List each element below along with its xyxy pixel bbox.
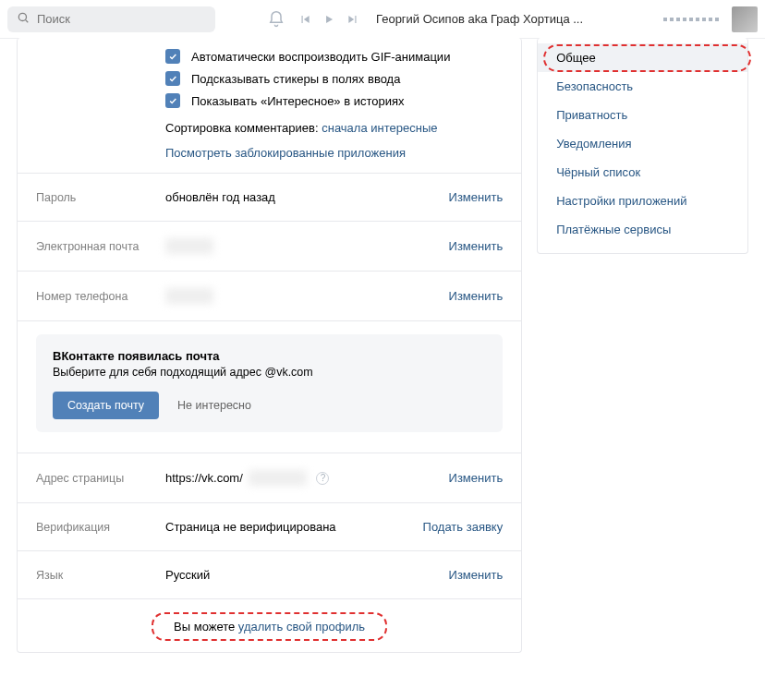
checkbox-gif[interactable]: Автоматически воспроизводить GIF-анимаци…: [18, 45, 521, 67]
blocked-apps-link[interactable]: Посмотреть заблокированные приложения: [165, 146, 406, 160]
next-track-icon[interactable]: [346, 13, 359, 26]
row-verify: Верификация Страница не верифицирована П…: [18, 503, 521, 550]
change-email-link[interactable]: Изменить: [449, 239, 504, 253]
row-address: Адрес страницы https://vk.com/ ? Изменит…: [18, 453, 521, 502]
row-language: Язык Русский Изменить: [18, 551, 521, 598]
sidebar-item-privacy[interactable]: Приватность: [538, 101, 747, 129]
sidebar-item-app-settings[interactable]: Настройки приложений: [538, 187, 747, 215]
sidebar-item-security[interactable]: Безопасность: [538, 72, 747, 101]
checkbox-checked-icon: [165, 93, 180, 108]
sidebar-item-blacklist[interactable]: Чёрный список: [538, 158, 747, 187]
avatar[interactable]: [732, 6, 758, 32]
checkbox-label: Показывать «Интересное» в историях: [191, 94, 405, 108]
row-label: Верификация: [36, 521, 165, 534]
row-value: [165, 238, 449, 254]
comments-sort: Сортировка комментариев: сначала интерес…: [18, 112, 521, 140]
hidden-value: [249, 470, 308, 486]
hidden-value: [165, 238, 213, 254]
footer-prefix: Вы можете: [174, 620, 238, 634]
sidebar-item-notifications[interactable]: Уведомления: [538, 129, 747, 158]
settings-sidebar: Общее Безопасность Приватность Уведомлен…: [537, 38, 748, 254]
change-phone-link[interactable]: Изменить: [449, 289, 504, 303]
search-box[interactable]: [7, 6, 215, 32]
create-mail-button[interactable]: Создать почту: [53, 392, 159, 419]
footer: Вы можете удалить свой профиль: [18, 598, 521, 652]
sort-label: Сортировка комментариев:: [165, 121, 322, 135]
row-value: Русский: [165, 568, 449, 582]
prev-track-icon[interactable]: [298, 13, 311, 26]
delete-profile-link[interactable]: удалить свой профиль: [238, 620, 365, 634]
player-controls: Георгий Осипов aka Граф Хортица ...: [298, 12, 583, 26]
topbar: Георгий Осипов aka Граф Хортица ...: [0, 0, 765, 39]
sort-value-link[interactable]: сначала интересные: [322, 121, 437, 135]
hidden-value: [165, 288, 213, 304]
row-value: [165, 288, 449, 304]
address-prefix: https://vk.com/: [165, 471, 243, 485]
notifications-icon[interactable]: [267, 10, 285, 29]
main-settings-panel: Автоматически воспроизводить GIF-анимаци…: [17, 38, 522, 653]
svg-point-0: [18, 13, 26, 20]
checkbox-label: Автоматически воспроизводить GIF-анимаци…: [191, 50, 450, 64]
row-label: Электронная почта: [36, 240, 165, 253]
change-language-link[interactable]: Изменить: [449, 568, 504, 582]
apps-grid-icon[interactable]: [663, 18, 719, 21]
row-label: Номер телефона: [36, 290, 165, 303]
change-address-link[interactable]: Изменить: [449, 471, 504, 485]
sidebar-item-general[interactable]: Общее: [538, 43, 747, 72]
row-email: Электронная почта Изменить: [18, 222, 521, 271]
row-password: Пароль обновлён год назад Изменить: [18, 174, 521, 221]
player-title[interactable]: Георгий Осипов aka Граф Хортица ...: [376, 12, 583, 26]
row-label: Язык: [36, 569, 165, 582]
row-value: обновлён год назад: [165, 190, 449, 204]
checkbox-checked-icon: [165, 71, 180, 86]
svg-line-1: [26, 20, 29, 23]
help-icon[interactable]: ?: [316, 472, 329, 485]
dismiss-promo-button[interactable]: Не интересно: [177, 399, 251, 412]
row-value: Страница не верифицирована: [165, 520, 423, 534]
checkbox-stickers[interactable]: Подсказывать стикеры в полях ввода: [18, 67, 521, 90]
checkbox-checked-icon: [165, 49, 180, 64]
play-icon[interactable]: [322, 13, 335, 26]
row-phone: Номер телефона Изменить: [18, 272, 521, 320]
row-label: Адрес страницы: [36, 472, 165, 485]
row-value: https://vk.com/ ?: [165, 470, 449, 486]
mail-promo: ВКонтакте появилась почта Выберите для с…: [36, 334, 503, 432]
promo-subtitle: Выберите для себя подходящий адрес @vk.c…: [53, 366, 486, 379]
verify-apply-link[interactable]: Подать заявку: [423, 520, 504, 534]
search-input[interactable]: [37, 12, 206, 26]
search-icon: [17, 11, 30, 27]
sidebar-item-payments[interactable]: Платёжные сервисы: [538, 215, 747, 244]
row-label: Пароль: [36, 191, 165, 204]
checkbox-interesting[interactable]: Показывать «Интересное» в историях: [18, 90, 521, 112]
checkbox-label: Подсказывать стикеры в полях ввода: [191, 72, 400, 86]
promo-title: ВКонтакте появилась почта: [53, 349, 486, 363]
change-password-link[interactable]: Изменить: [449, 190, 504, 204]
